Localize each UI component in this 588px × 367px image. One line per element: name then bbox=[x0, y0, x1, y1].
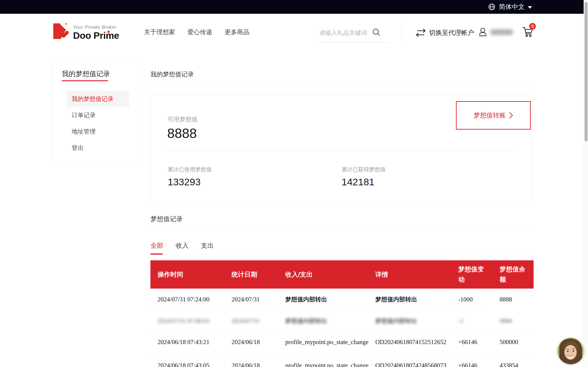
table-cell: 梦想值内部转出 bbox=[278, 295, 368, 303]
sidebar-item[interactable]: 订单记录 bbox=[67, 107, 129, 123]
user-account[interactable] bbox=[478, 27, 513, 37]
tab-item[interactable]: 收入 bbox=[176, 241, 189, 254]
used-value-label: 累计已使用梦想值 bbox=[168, 166, 212, 173]
divider bbox=[150, 86, 534, 86]
tabs-baseline bbox=[150, 254, 534, 254]
table-header-label: 梦想值变动 bbox=[458, 264, 486, 284]
user-icon bbox=[478, 27, 487, 37]
table-cell: 2024/07/31 bbox=[225, 317, 278, 325]
language-label: 简体中文 bbox=[499, 2, 525, 11]
support-avatar[interactable] bbox=[557, 338, 584, 364]
table-cell: OD20240618074248568073 bbox=[368, 362, 451, 367]
records-section-title: 梦想值记录 bbox=[150, 215, 183, 223]
table-header-cell: 收入/支出 bbox=[278, 270, 368, 279]
active-tab-underline bbox=[150, 253, 163, 255]
table-header-label: 梦想值余额 bbox=[500, 264, 527, 284]
table-cell: profile_mypoint.po_state_change bbox=[278, 362, 368, 367]
table-header-cell: 详情 bbox=[368, 270, 451, 279]
nav-item[interactable]: 更多商品 bbox=[225, 28, 250, 36]
table-cell: +66146 bbox=[451, 362, 493, 367]
table-cell: 2024/06/18 bbox=[225, 362, 278, 367]
earned-value-label: 累计已获得梦想值 bbox=[342, 166, 386, 173]
earned-value: 142181 bbox=[342, 176, 386, 188]
table-row: 2024/07/31 07:24:002024/07/31梦想值内部转出梦想值内… bbox=[150, 289, 534, 310]
chevron-down-icon bbox=[528, 6, 532, 9]
available-value: 8888 bbox=[167, 125, 197, 141]
table-cell: 梦想值内部转出 bbox=[368, 295, 451, 303]
page-title: 我的梦想值记录 bbox=[150, 70, 194, 78]
table-cell: 433854 bbox=[493, 362, 534, 367]
table-cell: 梦想值内部转出 bbox=[278, 317, 368, 325]
sidebar-menu: 我的梦想值记录订单记录地址管理登出 bbox=[53, 91, 138, 156]
divider bbox=[150, 230, 534, 230]
table-header-cell: 统计日期 bbox=[225, 270, 278, 279]
table-header-cell: 操作时间 bbox=[150, 270, 225, 279]
table-cell: -1000 bbox=[451, 296, 493, 303]
table-row: 2024/07/31 07:06:032024/07/31梦想值内部转出梦想值内… bbox=[150, 310, 534, 332]
table-cell: 梦想值内部转出 bbox=[368, 317, 451, 325]
globe-icon bbox=[488, 3, 496, 11]
logo-brand: Doo Prime bbox=[73, 30, 119, 41]
header-divider bbox=[402, 20, 402, 43]
table-cell: 2024/06/18 07:43:21 bbox=[150, 339, 225, 346]
table-cell: 2024/07/31 07:06:03 bbox=[150, 317, 225, 325]
switch-account-label: 切换至代理帐户 bbox=[429, 28, 474, 37]
nav-item[interactable]: 爱心传递 bbox=[187, 28, 212, 36]
cart-badge: 3 bbox=[529, 23, 536, 30]
available-value-label: 可用梦想值 bbox=[168, 115, 198, 123]
sidebar-title: 我的梦想值记录 bbox=[62, 69, 110, 79]
sidebar-item[interactable]: 我的梦想值记录 bbox=[67, 91, 129, 107]
table-cell: 500000 bbox=[493, 339, 534, 346]
chevron-right-icon bbox=[509, 112, 513, 119]
table-cell: profile_mypoint.po_state_change bbox=[278, 339, 368, 346]
table-header: 操作时间统计日期收入/支出详情梦想值变动梦想值余额 bbox=[150, 260, 534, 289]
table-cell: 2024/07/31 bbox=[225, 296, 278, 303]
search-icon[interactable] bbox=[372, 28, 381, 37]
main-nav: 关于理想家爱心传递更多商品 bbox=[144, 28, 250, 36]
switch-account-button[interactable]: 切换至代理帐户 bbox=[416, 27, 474, 38]
table-cell: 2024/06/18 bbox=[225, 339, 278, 346]
sidebar-item[interactable]: 地址管理 bbox=[67, 123, 129, 140]
transfer-button[interactable]: 梦想值转账 bbox=[456, 101, 531, 130]
brand-dot bbox=[107, 31, 110, 33]
scrollbar-thumb[interactable] bbox=[585, 2, 588, 142]
used-value: 133293 bbox=[168, 176, 212, 188]
tab-active[interactable]: 全部 bbox=[150, 241, 163, 254]
table-row: 2024/06/18 07:43:052024/06/18profile_myp… bbox=[150, 353, 534, 367]
table-cell: 8888 bbox=[493, 296, 534, 303]
sidebar: 我的梦想值记录 我的梦想值记录订单记录地址管理登出 bbox=[53, 58, 138, 165]
table-header-cell: 梦想值余额 bbox=[493, 264, 534, 284]
table-header-cell: 梦想值变动 bbox=[451, 264, 493, 284]
logo[interactable]: Your Private Broker Doo Prime bbox=[53, 23, 119, 41]
table-cell: -1 bbox=[451, 317, 493, 325]
table-cell: 9888 bbox=[493, 317, 534, 325]
table-cell: 2024/07/31 07:24:00 bbox=[150, 296, 225, 303]
card-divider bbox=[168, 151, 517, 151]
table-cell: 2024/06/18 07:43:05 bbox=[150, 362, 225, 367]
logo-mark-icon bbox=[53, 23, 71, 40]
username-blurred bbox=[490, 29, 513, 35]
table-body: 2024/07/31 07:24:002024/07/31梦想值内部转出梦想值内… bbox=[150, 289, 534, 367]
topbar: 简体中文 bbox=[0, 0, 588, 14]
nav-item[interactable]: 关于理想家 bbox=[144, 28, 175, 36]
language-selector[interactable]: 简体中文 bbox=[488, 0, 532, 14]
table-cell: OD20240618074152512652 bbox=[368, 339, 451, 346]
swap-icon bbox=[416, 28, 426, 38]
scrollbar-track bbox=[584, 0, 588, 367]
records-tabs: 全部收入支出 bbox=[150, 241, 214, 254]
logo-tagline: Your Private Broker bbox=[73, 24, 119, 30]
table-header-label: 收入/支出 bbox=[285, 271, 313, 278]
sidebar-item[interactable]: 登出 bbox=[67, 140, 129, 156]
tab-item[interactable]: 支出 bbox=[201, 241, 214, 254]
table-header-label: 详情 bbox=[375, 271, 388, 278]
search-box bbox=[319, 27, 389, 43]
table-cell: +66146 bbox=[451, 339, 493, 346]
table-row: 2024/06/18 07:43:212024/06/18profile_myp… bbox=[150, 332, 534, 352]
table-header-label: 统计日期 bbox=[232, 271, 257, 278]
dream-value-summary-card: 可用梦想值 8888 梦想值转账 累计已使用梦想值 133293 累计已获得梦想… bbox=[150, 95, 533, 204]
table-header-label: 操作时间 bbox=[157, 271, 183, 278]
sidebar-title-underline bbox=[62, 80, 108, 81]
